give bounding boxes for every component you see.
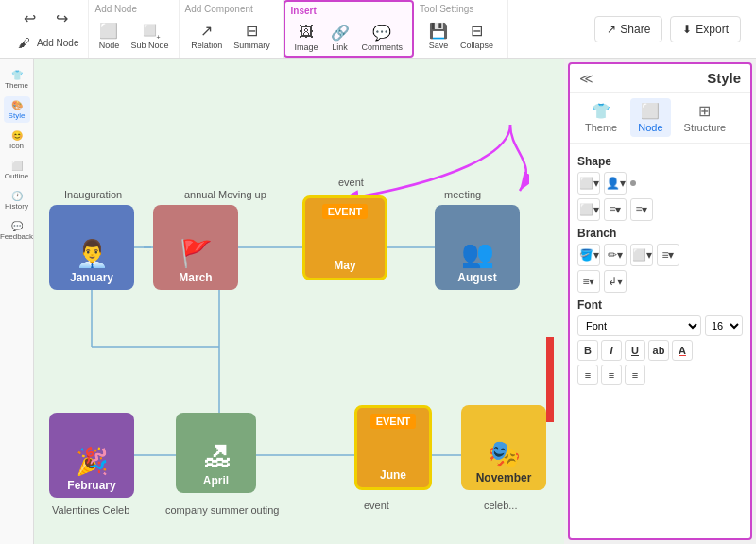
outline-label: Outline <box>5 172 28 180</box>
underline-button[interactable]: U <box>625 340 645 361</box>
february-label: February <box>67 479 115 492</box>
february-icon: 🎉 <box>76 446 109 477</box>
collapse-button[interactable]: ⊟ Collapse <box>456 18 497 52</box>
feedback-label: Feedback <box>0 232 33 241</box>
node-march[interactable]: 🚩 March <box>153 205 238 290</box>
export-button[interactable]: ⬇ Export <box>670 16 741 42</box>
link-icon: 🔗 <box>330 22 351 42</box>
font-section-title: Font <box>577 298 743 312</box>
history-label: History <box>5 202 28 211</box>
sidebar-item-history[interactable]: 🕐 History <box>4 187 30 213</box>
comments-button[interactable]: 💬 Comments <box>358 20 407 54</box>
sublabel-celeb: celeb... <box>484 500 517 511</box>
tab-node[interactable]: ⬜ Node <box>630 98 670 137</box>
align-right-button[interactable]: ≡ <box>625 365 645 385</box>
italic-button[interactable]: I <box>601 340 622 361</box>
collapse-label: Collapse <box>460 41 493 50</box>
font-size-select[interactable]: 16 12 14 18 <box>705 315 743 336</box>
format-painter-button[interactable]: 🖌 Add Node <box>9 30 82 55</box>
node-may[interactable]: EVENT May <box>302 196 387 280</box>
node-february[interactable]: 🎉 February <box>49 413 134 498</box>
branch-btn-6[interactable]: ↲▾ <box>604 270 627 293</box>
share-label: Share <box>620 23 650 36</box>
january-label: January <box>70 271 113 284</box>
tab-theme[interactable]: 👕 Theme <box>577 98 625 137</box>
subnode-button[interactable]: ⬜+ Sub Node <box>127 18 172 52</box>
outline-icon: ⬜ <box>11 161 23 171</box>
summary-button[interactable]: ⊟ Summary <box>230 18 274 52</box>
link-button[interactable]: 🔗 Link <box>326 20 354 54</box>
theme-tab-label: Theme <box>585 122 617 133</box>
node-january[interactable]: 👨‍💼 January <box>49 205 134 290</box>
branch-btn-1[interactable]: 🪣▾ <box>577 244 600 266</box>
strikethrough-button[interactable]: ab <box>648 340 669 361</box>
node-april[interactable]: 🏖 April <box>176 413 256 493</box>
undo-icon: ↩ <box>20 8 41 28</box>
shape-section-title: Shape <box>577 155 743 168</box>
march-label: March <box>179 271 212 284</box>
align-center-button[interactable]: ≡ <box>601 365 622 385</box>
sidebar-item-style[interactable]: 🎨 Style <box>4 96 30 123</box>
sublabel-event-bottom: event <box>364 500 389 511</box>
subnode-label: Sub Node <box>130 41 168 50</box>
node-june[interactable]: EVENT June <box>354 405 432 490</box>
branch-btn-2[interactable]: ✏▾ <box>604 244 627 266</box>
toolbar-section-addnode: Add Node ⬜ Node ⬜+ Sub Node <box>89 0 179 58</box>
style-icon: 🎨 <box>11 100 23 110</box>
branch-btn-5[interactable]: ≡▾ <box>577 270 600 293</box>
align-row: ≡ ≡ ≡ <box>577 365 743 385</box>
font-color-button[interactable]: A <box>672 340 693 361</box>
font-select[interactable]: Font Arial Times New Roman <box>577 315 701 336</box>
panel-collapse-button[interactable]: ≪ <box>579 71 593 86</box>
subnode-icon: ⬜+ <box>140 20 161 41</box>
node-label: Node <box>99 41 120 50</box>
august-label: August <box>457 271 496 284</box>
theme-icon: 👕 <box>11 70 23 80</box>
shape-btn-1[interactable]: ⬜▾ <box>577 172 600 195</box>
november-label: November <box>476 471 532 484</box>
april-icon: 🏖 <box>203 441 230 472</box>
branch-btn-4[interactable]: ≡▾ <box>657 244 679 266</box>
node-november[interactable]: 🎭 November <box>461 405 546 490</box>
branch-btn-3[interactable]: ⬜▾ <box>630 244 653 266</box>
toolbar-section-toolsettings: Tool Settings 💾 Save ⊟ Collapse <box>414 0 508 58</box>
right-panel: ≪ Style 👕 Theme ⬜ Node ⊞ Structure Shape… <box>568 62 752 540</box>
node-button[interactable]: ⬜ Node <box>94 18 123 52</box>
image-button[interactable]: 🖼 Image <box>291 20 322 54</box>
share-icon: ↗ <box>607 23 616 36</box>
relation-button[interactable]: ↗ Relation <box>187 18 226 52</box>
shape-dot <box>630 180 636 186</box>
left-sidebar: 👕 Theme 🎨 Style 😊 Icon ⬜ Outline 🕐 Histo… <box>0 59 34 544</box>
undo-button[interactable]: ↩ <box>16 6 44 30</box>
sidebar-item-feedback[interactable]: 💬 Feedback <box>4 217 30 244</box>
shape-btn-3[interactable]: ⬜▾ <box>577 198 600 221</box>
save-button[interactable]: 💾 Save <box>424 18 453 52</box>
relation-icon: ↗ <box>197 20 217 41</box>
canvas[interactable]: 👕 Theme 🎨 Style 😊 Icon ⬜ Outline 🕐 Histo… <box>0 59 564 544</box>
shape-btn-4[interactable]: ≡▾ <box>604 198 627 221</box>
export-label: Export <box>696 23 729 36</box>
relation-label: Relation <box>191 41 222 50</box>
toolsettings-label: Tool Settings <box>420 4 473 14</box>
march-icon: 🚩 <box>180 238 213 269</box>
collapse-icon: ⊟ <box>467 20 488 41</box>
node-august[interactable]: 👥 August <box>435 205 520 290</box>
panel-header: ≪ Style <box>570 64 750 93</box>
align-left-button[interactable]: ≡ <box>577 365 598 385</box>
sidebar-item-theme[interactable]: 👕 Theme <box>4 66 30 93</box>
branch-section-title: Branch <box>577 227 743 240</box>
sidebar-item-outline[interactable]: ⬜ Outline <box>4 157 30 183</box>
share-button[interactable]: ↗ Share <box>594 16 662 42</box>
shape-btn-2[interactable]: 👤▾ <box>604 172 627 195</box>
font-row: Font Arial Times New Roman 16 12 14 18 <box>577 315 743 336</box>
redo-button[interactable]: ↪ <box>48 6 77 30</box>
shape-btn-5[interactable]: ≡▾ <box>630 198 653 221</box>
tab-structure[interactable]: ⊞ Structure <box>677 98 734 137</box>
image-icon: 🖼 <box>296 22 317 42</box>
sidebar-item-icon[interactable]: 😊 Icon <box>4 127 30 153</box>
january-icon: 👨‍💼 <box>76 238 109 269</box>
toolbar-section-insert: Insert 🖼 Image 🔗 Link 💬 Comments <box>284 0 415 58</box>
bold-button[interactable]: B <box>577 340 598 361</box>
image-label: Image <box>295 42 318 52</box>
format-painter-label: Add Node <box>37 38 78 48</box>
